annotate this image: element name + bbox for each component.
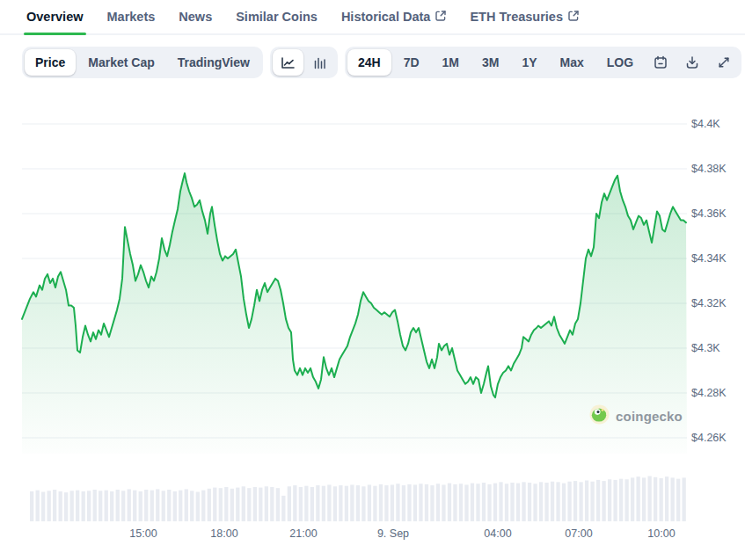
x-axis-tick-label: 10:00 [633, 527, 690, 540]
volume-bars [30, 476, 686, 521]
y-axis-tick-label: $4.34K [691, 251, 744, 265]
y-axis-tick-label: $4.28K [691, 386, 744, 400]
x-axis-tick-label: 9. Sep [365, 527, 421, 540]
y-axis-tick-label: $4.38K [691, 162, 744, 176]
y-axis-tick-label: $4.36K [691, 207, 744, 221]
watermark-label: coingecko [616, 409, 683, 424]
x-axis-tick-label: 07:00 [551, 527, 607, 540]
x-axis-tick-label: 21:00 [275, 527, 332, 540]
y-axis-tick-label: $4.32K [691, 296, 744, 310]
x-axis-tick-label: 04:00 [470, 527, 526, 540]
y-axis-tick-label: $4.4K [691, 117, 744, 131]
x-axis-tick-label: 18:00 [196, 527, 252, 540]
price-chart[interactable] [0, 0, 745, 560]
x-axis-tick-label: 15:00 [115, 527, 172, 540]
price-area-fill [22, 173, 687, 454]
gecko-logo-icon [589, 404, 610, 428]
coingecko-watermark: coingecko [589, 404, 683, 428]
y-axis-tick-label: $4.26K [691, 431, 744, 445]
y-axis-tick-label: $4.3K [691, 341, 744, 355]
